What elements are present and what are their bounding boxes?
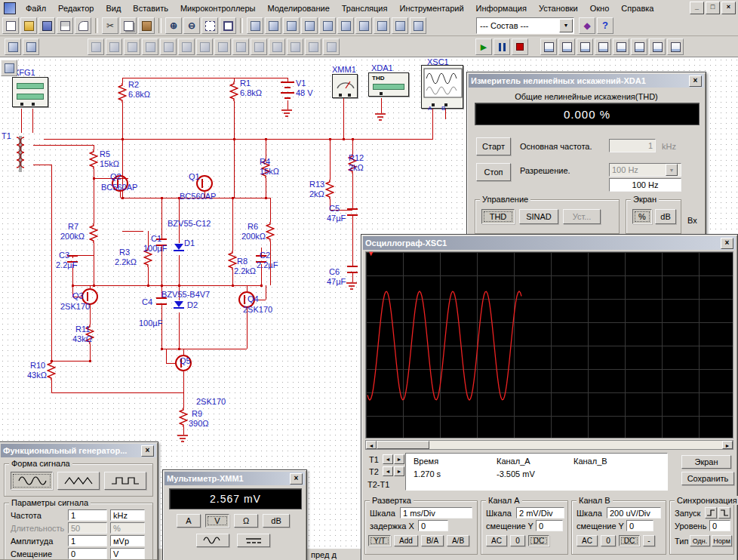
chb-dc-button[interactable]: DC	[619, 535, 640, 546]
virtual-power-icon[interactable]	[214, 38, 231, 55]
menu-item[interactable]: Окно	[584, 2, 616, 15]
amplitude-unit-field[interactable]: мVp	[110, 535, 145, 546]
new-icon[interactable]	[2, 17, 19, 34]
chb-minus-button[interactable]: -	[643, 535, 655, 546]
close-icon[interactable]: ×	[721, 2, 736, 14]
zoom-out-icon[interactable]: ⊖	[183, 17, 200, 34]
zener-diode-symbol[interactable]	[174, 243, 184, 254]
misc-icon[interactable]	[410, 17, 426, 34]
zoom-in-icon[interactable]: ⊕	[165, 17, 182, 34]
amplitude-field[interactable]: 1	[68, 535, 107, 546]
duty-unit-field[interactable]: %	[110, 522, 145, 534]
wattmeter-icon[interactable]	[577, 38, 593, 55]
xsc-titlebar[interactable]: Осциллограф-XSC1 ×	[363, 236, 736, 250]
cha-dc-button[interactable]: DC	[528, 535, 549, 546]
cha-scale-field[interactable]: 2 mV/Div	[516, 507, 564, 518]
transistors-icon[interactable]	[301, 17, 318, 34]
transformer-symbol[interactable]	[9, 133, 32, 175]
menu-item[interactable]: Инструментарий	[393, 2, 469, 15]
menu-item[interactable]: Вид	[100, 2, 127, 15]
resistor-symbol[interactable]	[118, 83, 127, 103]
menu-item[interactable]: Справка	[615, 2, 660, 15]
t2-left-icon[interactable]: ◄	[383, 466, 393, 476]
menu-item[interactable]: Трансляция	[336, 2, 394, 15]
bode-plotter-icon[interactable]	[613, 38, 629, 55]
triangle-wave-button[interactable]	[57, 472, 100, 490]
virtual-diode-icon[interactable]	[124, 38, 140, 55]
component-list-combobox[interactable]: --- Состав --- ▼	[476, 17, 574, 34]
word-generator-icon[interactable]	[631, 38, 647, 55]
print-icon[interactable]	[57, 17, 73, 34]
distortion-analyzer-icon[interactable]	[667, 38, 684, 55]
indicators-icon[interactable]	[392, 17, 408, 34]
minimize-icon[interactable]: _	[690, 2, 704, 14]
misc-digital-icon[interactable]	[374, 17, 390, 34]
xpos-field[interactable]: 0	[418, 520, 448, 531]
menu-item[interactable]: Установки	[533, 2, 584, 15]
ttl-icon[interactable]	[337, 17, 354, 34]
sinad-button[interactable]: SINAD	[519, 209, 558, 224]
volt-button[interactable]: V	[205, 514, 229, 528]
restore-icon[interactable]: □	[706, 2, 720, 14]
virtual-rf-icon[interactable]	[305, 38, 321, 55]
virtual-indicator-icon[interactable]	[196, 38, 213, 55]
dc-mode-button[interactable]	[237, 534, 270, 547]
trigger-level-field[interactable]: 0	[709, 520, 730, 531]
t1-right-icon[interactable]: ►	[394, 454, 404, 464]
virtual-analog-icon[interactable]	[160, 38, 177, 55]
virtual-3d-icon[interactable]	[269, 38, 285, 55]
resistor-symbol[interactable]	[325, 180, 334, 199]
battery-symbol[interactable]	[280, 82, 295, 101]
scope-scrollbar[interactable]: ◄ ►	[365, 440, 733, 450]
diodes-icon[interactable]	[283, 17, 300, 34]
duty-field[interactable]: 50	[68, 522, 107, 534]
frequency-unit-field[interactable]: kHz	[110, 509, 145, 521]
chb-ac-button[interactable]: AC	[577, 535, 598, 546]
pause-sim-icon[interactable]	[23, 38, 39, 55]
basic-icon[interactable]	[265, 17, 281, 34]
paste-icon[interactable]	[138, 17, 155, 34]
distortion-analyzer-instrument[interactable]: THD	[368, 72, 409, 97]
breadboard-view-icon[interactable]	[5, 38, 21, 55]
copy-icon[interactable]	[120, 17, 137, 34]
stop-button[interactable]: Стоп	[476, 163, 511, 181]
run-icon[interactable]: ▶	[475, 38, 492, 55]
chevron-down-icon[interactable]: ▼	[559, 19, 573, 32]
function-generator-instrument[interactable]	[12, 77, 48, 107]
ac-mode-button[interactable]	[196, 534, 229, 547]
capacitor-symbol[interactable]	[347, 266, 358, 273]
zoom-area-icon[interactable]	[201, 17, 218, 34]
xda1-titlebar[interactable]: Измеритель нелинейных искажений-XDA1 ×	[469, 74, 704, 88]
timebase-scale-field[interactable]: 1 ms/Div	[400, 507, 472, 518]
oscilloscope-instrument[interactable]	[421, 65, 463, 109]
multimeter-instrument[interactable]	[332, 74, 358, 98]
analog-icon[interactable]	[319, 17, 336, 34]
xda1-close-icon[interactable]: ×	[689, 75, 702, 87]
sine-wave-button[interactable]	[11, 472, 53, 490]
add-mode-button[interactable]: Add	[394, 535, 418, 546]
thd-button[interactable]: THD	[481, 209, 515, 224]
fundamental-freq-field[interactable]: 1	[609, 139, 656, 152]
menu-item[interactable]: Файл	[20, 2, 52, 15]
xsc-close-icon[interactable]: ×	[721, 238, 733, 249]
ohm-button[interactable]: Ω	[234, 514, 258, 528]
menu-item[interactable]: Информация	[470, 2, 533, 15]
scroll-right-icon[interactable]: ►	[722, 441, 733, 449]
xfg-titlebar[interactable]: Функциональный генератор... ×	[1, 444, 156, 457]
menu-item[interactable]: Вставить	[127, 2, 174, 15]
zener-diode-symbol[interactable]	[174, 300, 184, 311]
xmm-titlebar[interactable]: Мультиметр-XMM1 ×	[165, 472, 305, 485]
sources-icon[interactable]	[247, 17, 263, 34]
ab-mode-button[interactable]: A/B	[447, 535, 469, 546]
rising-edge-button[interactable]	[705, 507, 717, 518]
component-wizard-icon[interactable]: ◆	[579, 17, 595, 34]
square-wave-button[interactable]	[104, 472, 146, 490]
single-trigger-button[interactable]: Одн.	[690, 535, 710, 546]
help-icon[interactable]: ?	[597, 17, 613, 34]
yt-mode-button[interactable]: Y/T	[368, 535, 391, 546]
screen-reverse-button[interactable]: Экран	[681, 455, 731, 469]
cha-zero-button[interactable]: 0	[510, 535, 525, 546]
cha-ypos-field[interactable]: 0	[536, 520, 563, 531]
capacitor-symbol[interactable]	[347, 208, 358, 216]
falling-edge-button[interactable]	[718, 507, 730, 518]
